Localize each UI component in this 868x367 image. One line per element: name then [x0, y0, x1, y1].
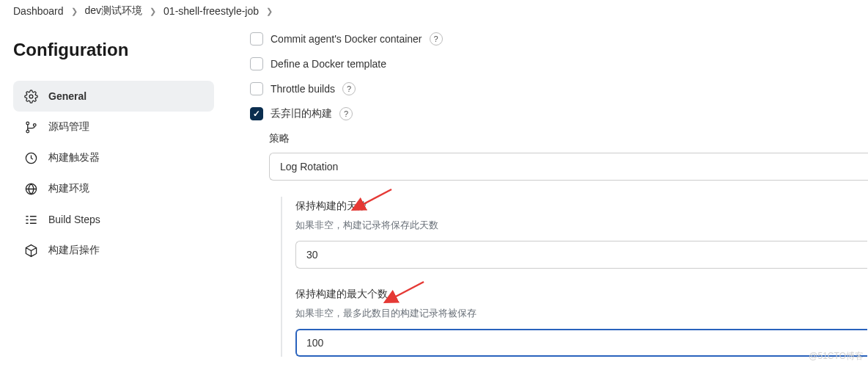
chevron-right-icon: ❯: [71, 7, 78, 16]
gear-icon: [23, 89, 38, 103]
checkbox-throttle-builds[interactable]: [250, 82, 263, 95]
days-to-keep-hint: 如果非空，构建记录将保存此天数: [295, 219, 868, 232]
option-label: Commit agent's Docker container: [271, 33, 422, 45]
option-label: Throttle builds: [271, 83, 335, 95]
svg-point-1: [26, 122, 29, 125]
breadcrumb-item-job[interactable]: 01-shell-freestyle-job: [163, 5, 259, 17]
svg-point-0: [29, 95, 33, 98]
sidebar-item-environment[interactable]: 构建环境: [13, 173, 214, 204]
sidebar: Configuration General 源码管理 构建触发器 构建环境: [0, 22, 227, 367]
globe-icon: [23, 181, 38, 196]
days-to-keep-label: 保持构建的天数: [295, 200, 868, 213]
sidebar-item-general[interactable]: General: [13, 81, 214, 112]
chevron-right-icon: ❯: [266, 7, 273, 16]
sidebar-item-label: General: [48, 90, 87, 102]
sidebar-item-scm[interactable]: 源码管理: [13, 112, 214, 142]
sidebar-item-label: 源码管理: [48, 120, 89, 134]
sidebar-item-build-steps[interactable]: Build Steps: [13, 204, 214, 235]
days-to-keep-input[interactable]: 30: [295, 241, 867, 269]
help-icon[interactable]: ?: [430, 32, 443, 46]
clock-icon: [23, 150, 38, 165]
option-label: Define a Docker template: [271, 58, 386, 70]
strategy-select[interactable]: Log Rotation: [269, 153, 868, 181]
help-icon[interactable]: ?: [339, 107, 353, 120]
max-builds-label: 保持构建的最大个数: [295, 288, 868, 301]
svg-point-3: [33, 123, 36, 126]
sidebar-item-label: 构建后操作: [48, 244, 100, 257]
checkbox-discard-old[interactable]: [250, 107, 263, 120]
svg-point-2: [26, 130, 29, 133]
steps-icon: [23, 212, 38, 227]
sidebar-item-label: 构建触发器: [48, 151, 100, 164]
page-title: Configuration: [13, 40, 214, 60]
breadcrumb-item-dashboard[interactable]: Dashboard: [13, 5, 64, 17]
help-icon[interactable]: ?: [342, 82, 356, 95]
breadcrumb-item-env[interactable]: dev测试环境: [85, 4, 143, 18]
checkbox-define-docker-template[interactable]: [250, 57, 263, 70]
watermark: @51CTO博客: [809, 350, 864, 363]
sidebar-item-label: Build Steps: [48, 214, 100, 225]
chevron-right-icon: ❯: [150, 7, 156, 16]
max-builds-hint: 如果非空，最多此数目的构建记录将被保存: [295, 307, 868, 320]
main-content: Commit agent's Docker container ? Define…: [227, 22, 868, 367]
breadcrumb: Dashboard ❯ dev测试环境 ❯ 01-shell-freestyle…: [0, 0, 868, 22]
max-builds-input[interactable]: 100: [295, 329, 867, 357]
sidebar-item-triggers[interactable]: 构建触发器: [13, 142, 214, 173]
sidebar-item-label: 构建环境: [48, 182, 89, 195]
sidebar-item-post-build[interactable]: 构建后操作: [13, 235, 214, 266]
checkbox-commit-docker[interactable]: [250, 32, 263, 46]
package-icon: [23, 243, 38, 258]
branch-icon: [23, 120, 38, 134]
strategy-header: 策略: [269, 132, 868, 145]
option-label: 丢弃旧的构建: [271, 107, 332, 120]
